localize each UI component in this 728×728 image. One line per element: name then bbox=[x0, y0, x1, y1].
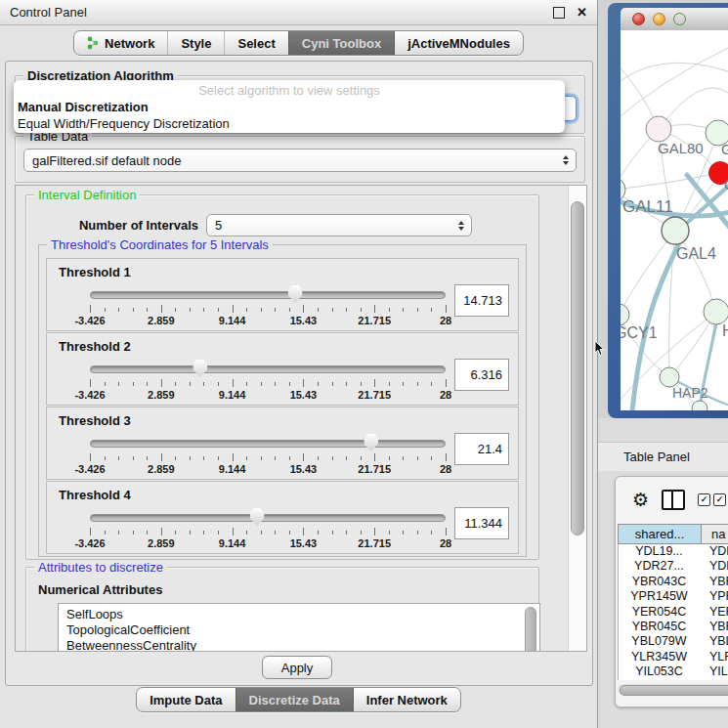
threshold-slider[interactable]: -3.4262.8599.14415.4321.71528 bbox=[90, 284, 446, 329]
tick-label: 15.43 bbox=[290, 537, 318, 549]
checkbox-icon[interactable]: ✓ bbox=[713, 493, 726, 506]
column-header-name[interactable]: na bbox=[702, 524, 728, 544]
node-hap2[interactable] bbox=[660, 367, 679, 387]
network-window-titlebar[interactable] bbox=[621, 8, 728, 31]
checkbox-icons: ✓ ✓ bbox=[698, 493, 726, 506]
node-gal4[interactable] bbox=[662, 217, 689, 244]
slider-track[interactable] bbox=[90, 440, 446, 448]
slider-track[interactable] bbox=[90, 365, 446, 373]
threshold-value-input[interactable]: 21.4 bbox=[454, 433, 509, 465]
cell-shared-name[interactable]: YLR345W bbox=[619, 650, 700, 664]
slider-handle[interactable] bbox=[250, 508, 265, 526]
cell-name[interactable]: YLR3 bbox=[700, 650, 728, 664]
slider-handle[interactable] bbox=[193, 360, 207, 377]
cell-shared-name[interactable]: YBR043C bbox=[619, 575, 700, 589]
cell-name[interactable]: YDL1 bbox=[700, 544, 728, 559]
tick-label: 2.859 bbox=[148, 463, 175, 475]
column-header-shared-name[interactable]: shared... bbox=[618, 524, 702, 544]
gear-icon[interactable]: ⚙ bbox=[632, 491, 649, 509]
node-bottom[interactable] bbox=[692, 401, 707, 410]
cell-shared-name[interactable]: YDL19... bbox=[619, 544, 700, 559]
tick-label: 2.859 bbox=[148, 315, 175, 326]
tab-infer-network[interactable]: Infer Network bbox=[353, 688, 460, 711]
tick-label: 9.144 bbox=[219, 463, 246, 475]
scrollbar-thumb[interactable] bbox=[620, 685, 728, 696]
slider-track[interactable] bbox=[90, 291, 446, 299]
table-row[interactable]: YBL079W YBL0 bbox=[619, 634, 728, 649]
num-intervals-value: 5 bbox=[215, 218, 222, 233]
tab-label: Discretize Data bbox=[249, 693, 340, 707]
table-row[interactable]: YBR045C YBR0 bbox=[619, 620, 728, 634]
cell-name[interactable]: YBR0 bbox=[700, 620, 728, 634]
cell-name[interactable]: YER0 bbox=[700, 605, 728, 620]
threshold-slider[interactable]: -3.4262.8599.14415.4321.71528 bbox=[90, 433, 446, 478]
thresholds-coordinates-group: Threshold's Coordinates for 5 Intervals … bbox=[38, 244, 527, 557]
minimize-traffic-light-icon[interactable] bbox=[653, 13, 665, 25]
threshold-panel: Threshold 3 -3.4262.8599.14415.4321.7152… bbox=[46, 407, 519, 480]
node-gal80[interactable] bbox=[646, 116, 671, 142]
tab-discretize-data[interactable]: Discretize Data bbox=[236, 688, 353, 711]
network-canvas[interactable]: GAL80 GA C GAL11 GAL4 GCY1 H HAP2 bbox=[621, 30, 728, 410]
stepper-icon bbox=[458, 221, 464, 231]
tab-cyni-toolbox[interactable]: Cyni Toolbox bbox=[288, 31, 394, 55]
apply-button[interactable]: Apply bbox=[262, 656, 332, 679]
tab-select[interactable]: Select bbox=[224, 31, 287, 55]
table-row[interactable]: YBR043C YBR0 bbox=[619, 575, 728, 589]
threshold-value-input[interactable]: 11.344 bbox=[454, 507, 509, 539]
algorithm-dropdown-popup: Select algorithm to view settings Manual… bbox=[14, 80, 565, 133]
scrollbar-thumb[interactable] bbox=[571, 201, 584, 535]
slider-track[interactable] bbox=[90, 514, 446, 522]
numerical-attributes-list[interactable]: SelfLoops TopologicalCoefficient Between… bbox=[58, 603, 540, 652]
list-item[interactable]: SelfLoops bbox=[66, 607, 539, 622]
threshold-slider[interactable]: -3.4262.8599.14415.4321.71528 bbox=[90, 507, 446, 552]
table-data-combobox[interactable]: galFiltered.sif default node bbox=[23, 149, 577, 172]
threshold-panel: Threshold 2 -3.4262.8599.14415.4321.7152… bbox=[46, 332, 519, 406]
threshold-value-input[interactable]: 6.316 bbox=[454, 359, 509, 391]
cell-name[interactable]: YDR2 bbox=[700, 559, 728, 574]
tab-style[interactable]: Style bbox=[167, 31, 224, 55]
dropdown-option-equal-width-frequency[interactable]: Equal Width/Frequency Discretization bbox=[14, 115, 565, 132]
cell-shared-name[interactable]: YBL079W bbox=[619, 634, 700, 649]
cell-shared-name[interactable]: YBR045C bbox=[619, 620, 700, 634]
cell-shared-name[interactable]: YER054C bbox=[619, 605, 700, 620]
threshold-label: Threshold 4 bbox=[59, 488, 131, 502]
split-columns-icon[interactable] bbox=[662, 490, 685, 510]
vertical-scrollbar[interactable] bbox=[568, 186, 586, 651]
checkbox-icon[interactable]: ✓ bbox=[698, 493, 710, 506]
tab-jactivemnodules[interactable]: jActiveMNodules bbox=[394, 31, 523, 55]
zoom-traffic-light-icon[interactable] bbox=[673, 13, 686, 25]
close-icon[interactable]: ✕ bbox=[577, 8, 587, 18]
group-title: Threshold's Coordinates for 5 Intervals bbox=[47, 237, 273, 252]
table-row[interactable]: YER054C YER0 bbox=[619, 605, 728, 620]
node-h[interactable] bbox=[704, 299, 728, 324]
threshold-value-input[interactable]: 14.713 bbox=[454, 284, 509, 317]
cell-shared-name[interactable]: YDR27... bbox=[619, 559, 700, 574]
cell-name[interactable]: YBR0 bbox=[700, 575, 728, 589]
table-row[interactable]: YLR345W YLR3 bbox=[619, 650, 728, 664]
slider-handle[interactable] bbox=[364, 434, 378, 451]
table-row[interactable]: YIL053C YIL0 bbox=[619, 664, 728, 679]
tab-impute-data[interactable]: Impute Data bbox=[137, 688, 235, 711]
list-item[interactable]: TopologicalCoefficient bbox=[66, 622, 539, 638]
table-row[interactable]: YDL19... YDL1 bbox=[619, 544, 728, 559]
threshold-panel: Threshold 4 -3.4262.8599.14415.4321.7152… bbox=[46, 481, 519, 554]
dropdown-option-manual-discretization[interactable]: Manual Discretization bbox=[14, 99, 565, 115]
slider-handle[interactable] bbox=[288, 285, 303, 303]
cell-shared-name[interactable]: YPR145W bbox=[619, 589, 700, 604]
cell-name[interactable]: YIL0 bbox=[700, 664, 728, 679]
tab-network[interactable]: Network bbox=[74, 31, 167, 55]
float-window-icon[interactable] bbox=[553, 7, 565, 19]
list-item[interactable]: BetweennessCentrality bbox=[66, 638, 539, 652]
cell-name[interactable]: YBL0 bbox=[700, 634, 728, 649]
list-scrollbar[interactable] bbox=[525, 607, 536, 652]
horizontal-scrollbar[interactable] bbox=[618, 684, 728, 695]
table-row[interactable]: YPR145W YPR1 bbox=[619, 589, 728, 604]
node-label-gal11: GAL11 bbox=[622, 197, 673, 216]
close-traffic-light-icon[interactable] bbox=[632, 13, 645, 25]
cell-name[interactable]: YPR1 bbox=[700, 589, 728, 604]
node-gcy1[interactable] bbox=[621, 304, 629, 325]
table-row[interactable]: YDR27... YDR2 bbox=[619, 559, 728, 574]
num-intervals-combobox[interactable]: 5 bbox=[206, 214, 472, 236]
cell-shared-name[interactable]: YIL053C bbox=[619, 664, 700, 679]
threshold-slider[interactable]: -3.4262.8599.14415.4321.71528 bbox=[90, 359, 446, 404]
